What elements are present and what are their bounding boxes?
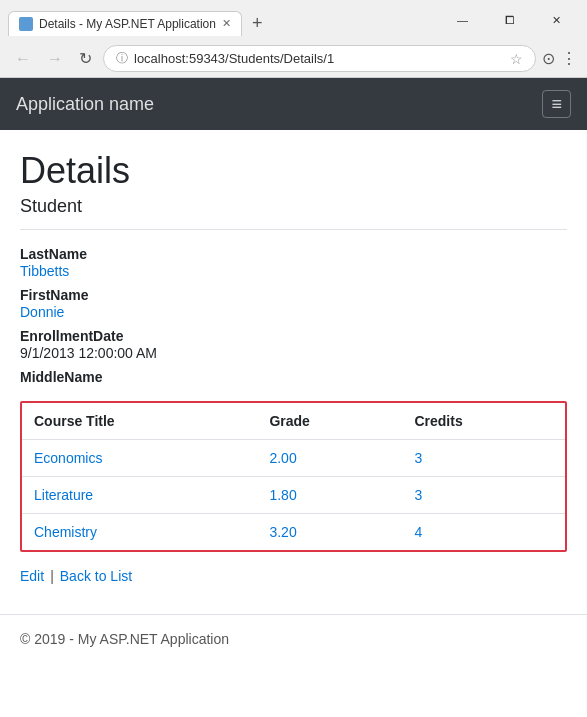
- url-text[interactable]: localhost:59343/Students/Details/1: [134, 51, 504, 66]
- minimize-button[interactable]: —: [440, 6, 485, 34]
- first-name-label: FirstName: [20, 287, 567, 303]
- url-bar[interactable]: ⓘ localhost:59343/Students/Details/1 ☆: [103, 45, 536, 72]
- cell-credits[interactable]: 3: [402, 440, 565, 477]
- url-info-icon: ⓘ: [116, 50, 128, 67]
- col-header-credits: Credits: [402, 403, 565, 440]
- student-details: LastName Tibbetts FirstName Donnie Enrol…: [20, 246, 567, 385]
- tab-favicon-icon: [19, 17, 33, 31]
- cell-course[interactable]: Chemistry: [22, 514, 257, 551]
- cell-credits[interactable]: 3: [402, 477, 565, 514]
- edit-link[interactable]: Edit: [20, 568, 44, 584]
- forward-button[interactable]: →: [42, 48, 68, 70]
- app-brand[interactable]: Application name: [16, 94, 154, 115]
- cell-course[interactable]: Economics: [22, 440, 257, 477]
- enrollments-table-wrapper: Course Title Grade Credits Economics2.00…: [20, 401, 567, 552]
- browser-menu-icon[interactable]: ⋮: [561, 49, 577, 68]
- cell-credits[interactable]: 4: [402, 514, 565, 551]
- last-name-label: LastName: [20, 246, 567, 262]
- hamburger-button[interactable]: ≡: [542, 90, 571, 118]
- back-to-list-link[interactable]: Back to List: [60, 568, 132, 584]
- cell-grade: 3.20: [257, 514, 402, 551]
- back-button[interactable]: ←: [10, 48, 36, 70]
- last-name-value[interactable]: Tibbetts: [20, 263, 567, 279]
- restore-button[interactable]: ⧠: [487, 6, 532, 34]
- cell-grade: 1.80: [257, 477, 402, 514]
- page-subtitle: Student: [20, 196, 567, 217]
- cell-grade: 2.00: [257, 440, 402, 477]
- middle-name-label: MiddleName: [20, 369, 567, 385]
- page-title: Details: [20, 150, 567, 192]
- divider: [20, 229, 567, 230]
- enrollment-date-label: EnrollmentDate: [20, 328, 567, 344]
- tab-bar: Details - My ASP.NET Application ✕ + — ⧠…: [0, 0, 587, 40]
- browser-tab[interactable]: Details - My ASP.NET Application ✕: [8, 11, 242, 36]
- enrollment-date-value: 9/1/2013 12:00:00 AM: [20, 345, 567, 361]
- app-navbar: Application name ≡: [0, 78, 587, 130]
- close-button[interactable]: ✕: [534, 6, 579, 34]
- actions: Edit | Back to List: [20, 568, 567, 584]
- window-controls: — ⧠ ✕: [440, 6, 579, 40]
- col-header-course: Course Title: [22, 403, 257, 440]
- page-content: Details Student LastName Tibbetts FirstN…: [0, 130, 587, 614]
- account-icon[interactable]: ⊙: [542, 49, 555, 68]
- first-name-value[interactable]: Donnie: [20, 304, 567, 320]
- browser-chrome: Details - My ASP.NET Application ✕ + — ⧠…: [0, 0, 587, 78]
- page-footer: © 2019 - My ASP.NET Application: [0, 614, 587, 663]
- cell-course[interactable]: Literature: [22, 477, 257, 514]
- new-tab-button[interactable]: +: [246, 11, 269, 36]
- footer-text: © 2019 - My ASP.NET Application: [20, 631, 229, 647]
- tab-title: Details - My ASP.NET Application: [39, 17, 216, 31]
- action-separator: |: [50, 568, 54, 584]
- refresh-button[interactable]: ↻: [74, 47, 97, 70]
- bookmark-icon[interactable]: ☆: [510, 51, 523, 67]
- enrollments-table: Course Title Grade Credits Economics2.00…: [22, 403, 565, 550]
- tab-close-icon[interactable]: ✕: [222, 17, 231, 30]
- table-row: Chemistry3.204: [22, 514, 565, 551]
- address-bar: ← → ↻ ⓘ localhost:59343/Students/Details…: [0, 40, 587, 77]
- table-row: Economics2.003: [22, 440, 565, 477]
- table-row: Literature1.803: [22, 477, 565, 514]
- col-header-grade: Grade: [257, 403, 402, 440]
- table-header-row: Course Title Grade Credits: [22, 403, 565, 440]
